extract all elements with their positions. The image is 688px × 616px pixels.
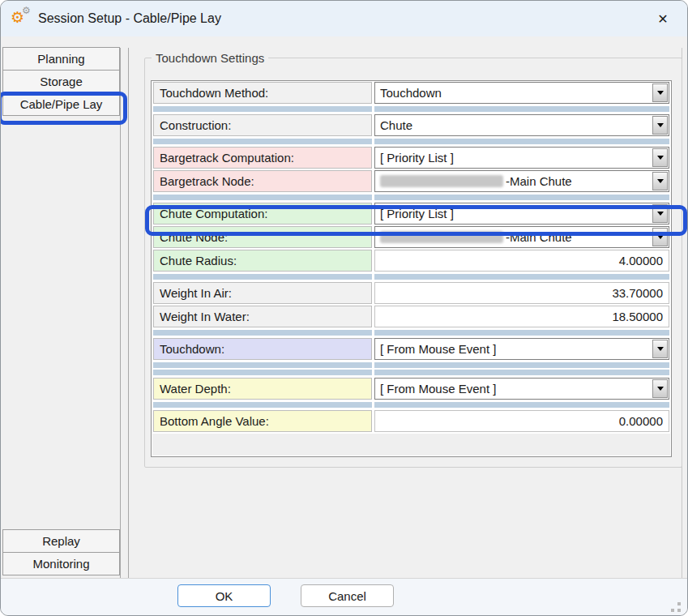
row-bargetrack-computation: Bargetrack Computation: [ Priority List …	[153, 147, 669, 169]
redacted-text	[380, 175, 503, 187]
field-label: Chute Computation:	[153, 203, 372, 225]
row-weight-in-water: Weight In Water:	[153, 306, 669, 327]
row-water-depth: Water Depth: [ From Mouse Event ]	[153, 378, 669, 400]
weight-in-water-input[interactable]	[374, 306, 669, 327]
gear-small-icon: ⚙	[22, 6, 31, 15]
dropdown-value: -Main Chute	[506, 230, 572, 244]
row-spacer	[153, 402, 669, 408]
dropdown-value: [ Priority List ]	[375, 203, 652, 224]
dropdown-value: -Main Chute	[506, 174, 572, 188]
dropdown-value: Chute	[375, 115, 652, 135]
row-weight-in-air: Weight In Air:	[153, 282, 669, 304]
sidebar-item-replay[interactable]: Replay	[2, 529, 120, 553]
chute-radius-input[interactable]	[374, 250, 669, 272]
dropdown-value: [ Priority List ]	[375, 148, 652, 168]
bottom-angle-value-input[interactable]	[374, 410, 669, 432]
chute-node-dropdown[interactable]: -Main Chute	[374, 226, 669, 248]
row-bargetrack-node: Bargetrack Node: -Main Chute	[153, 170, 669, 192]
bargetrack-node-dropdown[interactable]: -Main Chute	[374, 170, 669, 192]
main-panel: Touchdown Settings Touchdown Method: Tou…	[128, 48, 682, 578]
row-chute-radius: Chute Radius:	[153, 250, 669, 272]
field-label: Bottom Angle Value:	[153, 410, 372, 432]
sidebar-item-monitoring[interactable]: Monitoring	[2, 552, 120, 575]
field-label: Bargetrack Node:	[153, 170, 372, 192]
chevron-down-icon[interactable]	[652, 172, 668, 190]
sidebar-item-cable-pipe-lay[interactable]: Cable/Pipe Lay	[2, 92, 120, 116]
field-label: Weight In Water:	[153, 306, 372, 327]
chevron-down-icon[interactable]	[652, 83, 668, 102]
row-spacer	[153, 195, 669, 200]
chevron-down-icon[interactable]	[652, 204, 668, 223]
row-spacer	[153, 330, 669, 336]
close-icon[interactable]: ✕	[652, 8, 673, 29]
cancel-button[interactable]: Cancel	[301, 584, 394, 607]
row-touchdown: Touchdown: [ From Mouse Event ]	[153, 338, 669, 360]
chevron-down-icon[interactable]	[652, 379, 668, 398]
titlebar: ⚙ ⚙ Session Setup - Cable/Pipe Lay ✕	[1, 1, 687, 36]
sidebar: Planning Storage Cable/Pipe Lay Replay M…	[2, 48, 121, 578]
row-spacer	[153, 106, 669, 112]
field-label: Weight In Air:	[153, 282, 372, 304]
touchdown-dropdown[interactable]: [ From Mouse Event ]	[374, 338, 669, 360]
sidebar-item-storage[interactable]: Storage	[2, 70, 120, 93]
field-label: Construction:	[153, 114, 372, 136]
chevron-down-icon[interactable]	[652, 148, 668, 167]
row-chute-node: Chute Node: -Main Chute	[153, 226, 669, 248]
row-spacer	[153, 274, 669, 280]
window-title: Session Setup - Cable/Pipe Lay	[38, 11, 221, 26]
footer-bar: OK Cancel	[1, 578, 687, 616]
bargetrack-computation-dropdown[interactable]: [ Priority List ]	[374, 147, 669, 169]
group-title: Touchdown Settings	[152, 51, 268, 65]
resize-grip[interactable]	[671, 609, 674, 612]
redacted-text	[380, 231, 503, 243]
row-spacer	[153, 362, 669, 368]
chute-computation-dropdown[interactable]: [ Priority List ]	[374, 203, 669, 225]
dropdown-value: [ From Mouse Event ]	[375, 339, 652, 359]
session-setup-dialog: ⚙ ⚙ Session Setup - Cable/Pipe Lay ✕ Pla…	[0, 0, 688, 616]
table-empty-area	[152, 434, 670, 456]
touchdown-method-dropdown[interactable]: Touchdown	[374, 82, 669, 104]
chevron-down-icon[interactable]	[652, 116, 668, 135]
sidebar-item-planning[interactable]: Planning	[2, 47, 120, 71]
field-label: Chute Radius:	[153, 250, 372, 272]
dropdown-value: Touchdown	[375, 83, 652, 103]
touchdown-settings-group: Touchdown Settings Touchdown Method: Tou…	[144, 58, 682, 468]
field-label: Touchdown Method:	[153, 82, 372, 104]
row-touchdown-method: Touchdown Method: Touchdown	[153, 82, 669, 104]
chevron-down-icon[interactable]	[652, 340, 668, 358]
water-depth-dropdown[interactable]: [ From Mouse Event ]	[374, 378, 669, 400]
row-spacer	[153, 370, 669, 375]
ok-button[interactable]: OK	[177, 584, 271, 607]
field-label: Bargetrack Computation:	[153, 147, 372, 169]
settings-table: Touchdown Method: Touchdown Construction…	[151, 80, 672, 457]
field-label: Chute Node:	[153, 226, 372, 248]
field-label: Water Depth:	[153, 378, 372, 400]
construction-dropdown[interactable]: Chute	[374, 114, 669, 136]
weight-in-air-input[interactable]	[374, 282, 669, 304]
chevron-down-icon[interactable]	[652, 228, 668, 246]
field-label: Touchdown:	[153, 338, 372, 360]
row-chute-computation: Chute Computation: [ Priority List ]	[153, 203, 669, 225]
row-spacer	[153, 139, 669, 144]
dropdown-value: [ From Mouse Event ]	[375, 379, 652, 399]
app-gears-icon: ⚙ ⚙	[11, 7, 35, 30]
row-construction: Construction: Chute	[153, 114, 669, 136]
row-bottom-angle-value: Bottom Angle Value:	[153, 410, 669, 432]
